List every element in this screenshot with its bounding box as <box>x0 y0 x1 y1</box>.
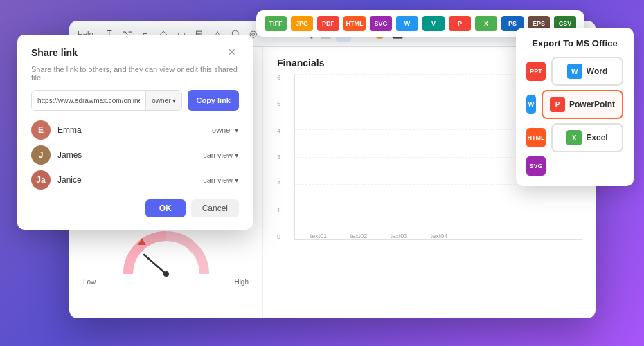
user-name-emma: Emma <box>57 125 205 135</box>
format-word[interactable]: W <box>396 16 418 31</box>
bar-label-2: text02 <box>350 233 368 239</box>
svg-line-3 <box>144 255 166 274</box>
dialog-actions: OK Cancel <box>31 199 239 217</box>
dialog-description: Share the link to others, and they can v… <box>31 65 239 82</box>
excel-icon: X <box>566 130 582 145</box>
cancel-button[interactable]: Cancel <box>191 199 239 217</box>
export-excel-label: Excel <box>586 133 607 143</box>
format-ppt[interactable]: P <box>449 16 471 31</box>
bar-label-4: text04 <box>431 233 448 239</box>
avatar-janice: Ja <box>31 170 51 190</box>
y-label-4: 4 <box>277 127 280 134</box>
link-input[interactable] <box>32 91 145 110</box>
role-label-janice: can view <box>203 176 233 184</box>
dialog-header: Share link ✕ <box>31 47 239 58</box>
bar-label-3: text03 <box>391 233 408 239</box>
bar-group-3: text03 <box>386 230 412 239</box>
svg-point-4 <box>163 271 169 277</box>
export-row-word: PPT W Word <box>526 57 623 86</box>
export-card-powerpoint[interactable]: P PowerPoint <box>542 90 623 119</box>
format-tiff[interactable]: TIFF <box>265 16 287 31</box>
export-card-excel[interactable]: X Excel <box>551 123 623 152</box>
user-role-james[interactable]: can view ▾ <box>203 151 239 160</box>
chevron-down-icon: ▾ <box>172 97 176 104</box>
user-name-james: James <box>57 150 196 160</box>
mini-gauge-svg <box>118 226 215 281</box>
y-label-5: 5 <box>277 100 280 107</box>
dialog-title: Share link <box>31 47 78 58</box>
user-list: E Emma owner ▾ J James can view ▾ Ja Jan… <box>31 120 239 190</box>
share-dialog: Share link ✕ Share the link to others, a… <box>17 35 253 230</box>
permission-dropdown[interactable]: owner ▾ <box>145 91 181 110</box>
bar-group-1: text01 <box>305 230 332 239</box>
role-label-emma: owner <box>212 126 233 134</box>
user-row-james: J James can view ▾ <box>31 145 239 165</box>
y-label-0: 0 <box>277 233 280 240</box>
small-icon-label-ppt: PPT <box>530 68 542 75</box>
gauge-low: Low <box>83 278 96 286</box>
bar-label-1: text01 <box>310 233 328 239</box>
format-jpg[interactable]: JPG <box>291 16 313 31</box>
format-excel[interactable]: X <box>475 16 497 31</box>
close-icon[interactable]: ✕ <box>228 47 239 58</box>
y-label-6: 6 <box>277 74 280 81</box>
word-icon: W <box>567 64 582 79</box>
y-label-3: 3 <box>277 154 280 161</box>
link-input-group: owner ▾ <box>31 90 182 111</box>
link-row: owner ▾ Copy link <box>31 90 239 111</box>
export-row-ppt: W P PowerPoint <box>526 90 623 119</box>
bar-group-2: text02 <box>346 230 372 239</box>
export-panel: Export To MS Office PPT W Word W P <box>516 28 634 186</box>
role-label-james: can view <box>203 151 233 159</box>
user-role-janice[interactable]: can view ▾ <box>203 176 239 185</box>
avatar-james: J <box>31 145 51 165</box>
small-icon-label-svg: SVG <box>529 163 542 170</box>
small-icon-label-word: W <box>528 101 535 108</box>
gauge-high: High <box>234 278 249 286</box>
powerpoint-icon: P <box>550 97 565 112</box>
bar-group-4: text04 <box>426 230 452 239</box>
export-word-label: Word <box>587 66 607 76</box>
format-html[interactable]: HTML <box>343 16 366 31</box>
user-name-janice: Janice <box>57 175 196 185</box>
export-items: PPT W Word W P PowerPoint <box>526 57 623 176</box>
chevron-down-icon: ▾ <box>235 176 239 185</box>
export-ppt-label: PowerPoint <box>569 100 615 109</box>
export-card-word[interactable]: W Word <box>551 57 623 86</box>
y-axis: 0 1 2 3 4 5 6 <box>277 74 280 240</box>
y-label-2: 2 <box>277 180 280 187</box>
copy-link-button[interactable]: Copy link <box>188 90 239 111</box>
user-role-emma[interactable]: owner ▾ <box>212 126 239 135</box>
permission-label: owner <box>152 97 170 104</box>
export-row-excel: HTML X Excel <box>526 123 623 152</box>
export-small-icon-svg: SVG <box>526 156 546 176</box>
format-svg[interactable]: SVG <box>370 16 392 31</box>
user-row-janice: Ja Janice can view ▾ <box>31 170 239 190</box>
export-small-icon-html: HTML <box>526 128 546 147</box>
export-row-extra: SVG <box>526 156 623 176</box>
small-icon-label-html: HTML <box>528 134 545 141</box>
format-visio[interactable]: V <box>422 16 445 31</box>
export-small-icon-ppt: PPT <box>526 62 546 81</box>
avatar-emma: E <box>31 120 51 140</box>
chevron-down-icon: ▾ <box>235 126 239 135</box>
export-title: Export To MS Office <box>526 38 623 48</box>
ok-button[interactable]: OK <box>145 199 186 217</box>
y-label-1: 1 <box>277 207 280 214</box>
mini-gauge: Low High <box>83 226 249 288</box>
chevron-down-icon: ▾ <box>235 151 239 160</box>
user-row-emma: E Emma owner ▾ <box>31 120 239 140</box>
export-small-icon-word: W <box>526 95 536 114</box>
format-pdf[interactable]: PDF <box>317 16 339 31</box>
